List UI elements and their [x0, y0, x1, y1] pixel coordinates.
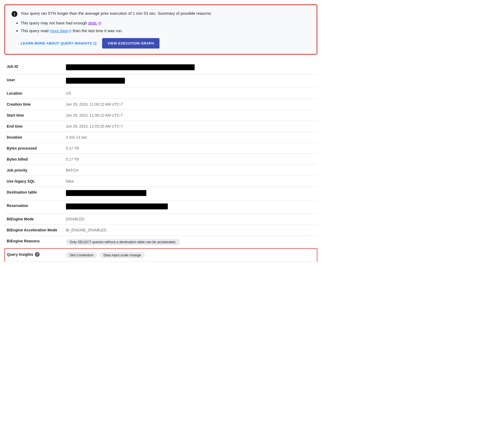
table-row: Bytes billed 5.17 TB	[5, 154, 317, 165]
slot-contention-badge[interactable]: Slot Contention	[66, 252, 97, 258]
redacted-user	[66, 78, 125, 84]
slots-link[interactable]: slots.	[88, 21, 101, 25]
learn-more-button[interactable]: LEARN MORE ABOUT QUERY INSIGHTS	[21, 41, 97, 45]
learn-more-label: LEARN MORE ABOUT QUERY INSIGHTS	[21, 41, 92, 45]
insights-badges-container: Slot Contention Data input scale change	[66, 252, 315, 258]
table-row: Start time Jun 29, 2023, 11:00:12 AM UTC…	[5, 110, 317, 121]
label-bytes-billed: Bytes billed	[5, 154, 64, 165]
table-row: Job ID	[5, 61, 317, 75]
query-insights-help-icon[interactable]: ?	[35, 252, 40, 257]
label-end-time: End time	[5, 121, 64, 132]
label-destination-table: Destination table	[5, 187, 64, 200]
value-user	[64, 75, 317, 88]
label-use-legacy-sql: Use legacy SQL	[5, 176, 64, 187]
alert-actions: LEARN MORE ABOUT QUERY INSIGHTS VIEW EXE…	[21, 38, 310, 49]
more-data-external-icon	[68, 29, 72, 33]
table-row: BiEngine Acceleration Mode BI_ENGINE_DIS…	[5, 225, 317, 236]
alert-bullets-list: This query may not have had enough slots…	[21, 20, 310, 34]
value-use-legacy-sql: false	[64, 176, 317, 187]
value-location: US	[64, 88, 317, 99]
alert-header: i Your query ran 57% longer than the ave…	[12, 10, 310, 17]
label-creation-time: Creation time	[5, 99, 64, 110]
label-query-insights: Query Insights ?	[5, 249, 64, 262]
value-biengine-reasons: Only SELECT queries without a destinatio…	[64, 236, 317, 249]
redacted-reservation	[66, 203, 168, 209]
value-start-time: Jun 29, 2023, 11:00:12 AM UTC-7	[64, 110, 317, 121]
bullet2-text-before: This query read	[21, 28, 50, 33]
label-biengine-mode: BiEngine Mode	[5, 214, 64, 225]
label-start-time: Start time	[5, 110, 64, 121]
biengine-reasons-badge: Only SELECT queries without a destinatio…	[66, 239, 180, 245]
label-bytes-processed: Bytes processed	[5, 143, 64, 154]
table-row: BiEngine Mode DISABLED	[5, 214, 317, 225]
label-location: Location	[5, 88, 64, 99]
bullet2-text-after: than the last time it was run.	[72, 28, 123, 33]
table-row: Destination table	[5, 187, 317, 200]
table-row: Duration 3 min 13 sec	[5, 132, 317, 143]
value-biengine-mode: DISABLED	[64, 214, 317, 225]
value-reservation	[64, 200, 317, 214]
query-insights-label: Query Insights	[7, 252, 33, 257]
redacted-job-id	[66, 64, 195, 70]
value-job-id	[64, 61, 317, 75]
value-creation-time: Jun 29, 2023, 11:00:12 AM UTC-7	[64, 99, 317, 110]
query-insights-row: Query Insights ? Slot Contention Data in…	[5, 249, 317, 262]
table-row: User	[5, 75, 317, 88]
label-reservation: Reservation	[5, 200, 64, 214]
more-data-link[interactable]: more data	[50, 28, 72, 33]
table-row: Reservation	[5, 200, 317, 214]
value-duration: 3 min 13 sec	[64, 132, 317, 143]
slots-external-icon	[98, 22, 101, 25]
table-row: Job priority BATCH	[5, 165, 317, 176]
value-destination-table	[64, 187, 317, 200]
value-bytes-billed: 5.17 TB	[64, 154, 317, 165]
bullet1-text-before: This query may not have had enough	[21, 21, 88, 25]
table-row: Use legacy SQL false	[5, 176, 317, 187]
value-bytes-processed: 5.17 TB	[64, 143, 317, 154]
data-input-scale-badge[interactable]: Data input scale change	[100, 252, 144, 258]
alert-bullet-1: This query may not have had enough slots…	[21, 20, 310, 26]
table-row: Location US	[5, 88, 317, 99]
learn-more-external-icon	[93, 42, 97, 45]
value-biengine-acceleration: BI_ENGINE_DISABLED	[64, 225, 317, 236]
label-job-id: Job ID	[5, 61, 64, 75]
job-details-table: Job ID User Location US Creation time Ju…	[4, 61, 317, 262]
label-duration: Duration	[5, 132, 64, 143]
info-icon: i	[12, 11, 17, 17]
value-job-priority: BATCH	[64, 165, 317, 176]
alert-message: Your query ran 57% longer than the avera…	[21, 10, 212, 17]
label-biengine-reasons: BiEngine Reasons	[5, 236, 64, 249]
value-end-time: Jun 29, 2023, 11:03:25 AM UTC-7	[64, 121, 317, 132]
value-query-insights: Slot Contention Data input scale change	[64, 249, 317, 262]
label-biengine-acceleration: BiEngine Acceleration Mode	[5, 225, 64, 236]
label-user: User	[5, 75, 64, 88]
table-row: Creation time Jun 29, 2023, 11:00:12 AM …	[5, 99, 317, 110]
alert-banner: i Your query ran 57% longer than the ave…	[4, 4, 317, 55]
table-row: Bytes processed 5.17 TB	[5, 143, 317, 154]
alert-bullet-2: This query read more data than the last …	[21, 28, 310, 34]
table-row: End time Jun 29, 2023, 11:03:25 AM UTC-7	[5, 121, 317, 132]
label-job-priority: Job priority	[5, 165, 64, 176]
table-row: BiEngine Reasons Only SELECT queries wit…	[5, 236, 317, 249]
redacted-destination	[66, 190, 146, 196]
view-execution-graph-button[interactable]: VIEW EXECUTION GRAPH	[102, 38, 159, 49]
